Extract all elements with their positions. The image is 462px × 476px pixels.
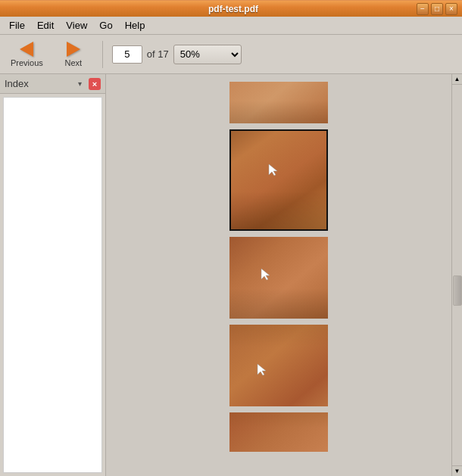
sidebar-close-button[interactable]: ×: [89, 78, 101, 90]
pdf-scroll-area[interactable]: [106, 74, 451, 476]
cursor-indicator-1: [267, 163, 278, 179]
previous-icon: [16, 41, 37, 58]
scrollbar-down-button[interactable]: ▼: [452, 465, 463, 476]
next-button[interactable]: Next: [54, 38, 93, 70]
scrollbar-up-button[interactable]: ▲: [452, 74, 463, 85]
scrollbar-track: [452, 85, 463, 465]
menu-file[interactable]: File: [3, 18, 31, 33]
pdf-page-top-partial: [229, 82, 328, 123]
main-scrollbar: ▲ ▼: [451, 74, 462, 476]
scroll-area-wrapper: ▲ ▼: [106, 74, 462, 476]
menu-help[interactable]: Help: [119, 18, 151, 33]
pdf-page-partial-bottom: [229, 412, 328, 452]
pdf-page-mid: [229, 237, 328, 319]
sidebar: Index ▾ ×: [0, 74, 106, 476]
menu-view[interactable]: View: [60, 18, 93, 33]
page-navigation: of 17 10% 25% 50% 75% 100% 125% 150% 200…: [112, 45, 242, 64]
next-icon: [63, 41, 84, 58]
pdf-page-bottom1: [229, 325, 328, 406]
sidebar-title: Index: [5, 78, 29, 89]
main-area: Index ▾ ×: [0, 74, 462, 476]
sidebar-content: [3, 97, 102, 473]
menu-edit[interactable]: Edit: [31, 18, 60, 33]
sidebar-controls: ▾ ×: [73, 78, 101, 90]
menu-bar: File Edit View Go Help: [0, 17, 462, 35]
pdf-page-main: [229, 129, 328, 231]
cursor-indicator-2: [260, 267, 270, 283]
svg-marker-1: [261, 269, 270, 280]
toolbar-separator: [102, 41, 103, 68]
maximize-button[interactable]: □: [431, 3, 443, 15]
cursor-indicator-3: [256, 362, 267, 378]
close-button[interactable]: ×: [445, 3, 457, 15]
sidebar-header: Index ▾ ×: [0, 74, 105, 94]
svg-marker-2: [258, 364, 266, 375]
sidebar-toggle-button[interactable]: ▾: [73, 78, 86, 90]
title-bar: pdf-test.pdf − □ ×: [0, 0, 462, 17]
window-controls: − □ ×: [417, 3, 457, 15]
previous-label: Previous: [11, 58, 43, 67]
window-title: pdf-test.pdf: [50, 4, 417, 14]
svg-marker-0: [269, 164, 277, 176]
next-label: Next: [64, 58, 82, 67]
previous-button[interactable]: Previous: [6, 38, 48, 70]
minimize-button[interactable]: −: [417, 3, 429, 15]
page-number-input[interactable]: [112, 45, 142, 64]
menu-go[interactable]: Go: [93, 18, 118, 33]
zoom-select[interactable]: 10% 25% 50% 75% 100% 125% 150% 200%: [173, 45, 242, 64]
scrollbar-thumb[interactable]: [453, 275, 462, 306]
toolbar: Previous Next of 17 10% 25% 50% 75% 100%…: [0, 35, 462, 74]
page-total-label: of 17: [147, 48, 169, 60]
